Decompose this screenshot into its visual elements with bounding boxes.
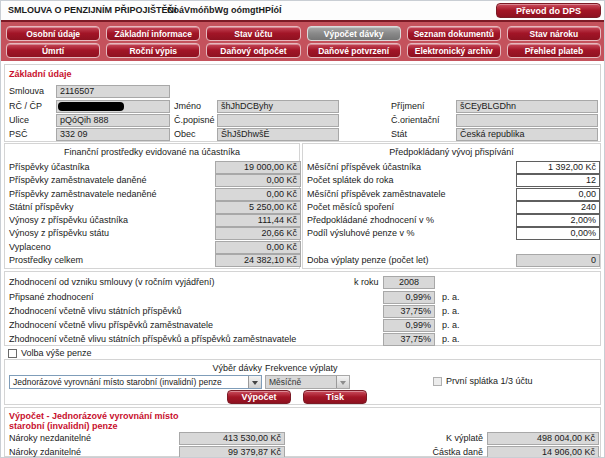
valuation-section: Zhodnocení od vzniku smlouvy (v ročním v…	[4, 271, 601, 346]
projection-row-label: Předpokládané zhodnocení v %	[307, 215, 434, 225]
frekvence-selected-value: Měsíčně	[269, 377, 301, 387]
valuation-row-value: 37,75%	[383, 333, 435, 346]
davka-select[interactable]: Jednorázové vyrovnání místo starobní (in…	[9, 375, 262, 389]
valuation-row-label: Zhodnocení včetně vlivu příspěvků zaměst…	[9, 320, 213, 330]
jmeno-field: šhJhDCByhy	[217, 100, 339, 113]
obec-label: Obec	[174, 129, 196, 139]
projection-row-label: Počet měsíců spoření	[307, 202, 394, 212]
finance-row-label: Státní příspěvky	[9, 202, 74, 212]
psc-field: 332 09	[56, 128, 170, 141]
valuation-row-value: 0,99%	[383, 319, 435, 332]
tab-row-2: Úmrtí Roční výpis Daňový odpočet Daňové …	[6, 43, 601, 58]
pa-suffix: p. a.	[442, 306, 460, 316]
client-name: ČoáVmóňbWg oómgtHPÍóÍ	[167, 5, 282, 15]
c-popisne-label: Č.popisné	[174, 115, 215, 125]
projection-row-label: Měsíční příspěvek účastníka	[307, 162, 421, 172]
title-bar: SMLOUVA O PENZIJNÍM PŘIPOJIŠTĚNÍ ČoáVmóň…	[1, 1, 605, 20]
tab-stav-naroku[interactable]: Stav nároku	[507, 26, 601, 41]
chevron-down-icon[interactable]	[248, 376, 261, 388]
vypocet-button[interactable]: Výpočet	[227, 390, 291, 404]
valuation-row-value: 0,99%	[383, 291, 435, 304]
naroky-zdanitelne-label: Nároky zdanitelné	[9, 447, 81, 457]
tab-elektronicky-archiv[interactable]: Elektronický archiv	[407, 43, 501, 58]
vyber-davky-label: Výběr dávky	[155, 363, 262, 373]
davka-selected-value: Jednorázové vyrovnání místo starobní (in…	[13, 377, 222, 387]
projection-panel: Předpokládaný vývoj přispívání Měsíční p…	[302, 143, 601, 269]
tab-vypocet-davky[interactable]: Výpočet dávky	[307, 26, 401, 41]
tab-stav-uctu[interactable]: Stav účtu	[206, 26, 300, 41]
tisk-button[interactable]: Tisk	[303, 390, 367, 404]
projection-input[interactable]: 0,00	[516, 188, 600, 201]
naroky-nezdanitelne-field: 413 530,00 Kč	[179, 432, 285, 445]
tab-danovy-odpocet[interactable]: Daňový odpočet	[206, 43, 300, 58]
volba-vyse-penze-checkbox[interactable]	[8, 349, 17, 358]
c-orientacni-label: Č.orientační	[391, 115, 440, 125]
ulice-label: Ulice	[9, 115, 29, 125]
smlouva-label: Smlouva	[9, 86, 44, 96]
benefit-selection-section: Výběr dávky Frekvence výplaty Jednorázov…	[4, 359, 601, 405]
naroky-zdanitelne-field: 99 379,87 Kč	[179, 446, 285, 458]
tab-rocni-vypis[interactable]: Roční výpis	[106, 43, 200, 58]
frekvence-select[interactable]: Měsíčně	[265, 375, 350, 389]
finance-row-value: 20,66 Kč	[215, 227, 301, 240]
finance-row-value: 0,00 Kč	[215, 174, 301, 187]
tab-seznam-dokumentu[interactable]: Seznam dokumentů	[407, 26, 501, 41]
psc-label: PSČ	[9, 129, 28, 139]
pa-suffix: p. a.	[442, 292, 460, 302]
finance-row-value: 0,00 Kč	[215, 188, 301, 201]
tab-row-1: Osobní údaje Základní informace Stav účt…	[6, 26, 601, 41]
finance-row-label: Příspěvky zaměstnavatele nedaněné	[9, 189, 157, 199]
doba-vyplaty-field: 0	[516, 254, 600, 267]
valuation-heading: Zhodnocení od vzniku smlouvy (v ročním v…	[9, 277, 215, 287]
naroky-nezdanitelne-label: Nároky nezdanitelné	[9, 433, 91, 443]
finance-panel: Finanční prostředky evidované na účastní…	[4, 143, 300, 269]
finance-row-value: 5 250,00 Kč	[215, 201, 301, 214]
finance-row-label: Výnosy z příspěvku státu	[9, 228, 109, 238]
k-vyplate-field: 498 004,00 Kč	[487, 432, 599, 445]
finance-row-value: 19 000,00 Kč	[215, 161, 301, 174]
pension-contract-window: SMLOUVA O PENZIJNÍM PŘIPOJIŠTĚNÍ ČoáVmóň…	[0, 0, 605, 458]
projection-input[interactable]: 12	[516, 174, 600, 187]
valuation-year-field: 2008	[383, 276, 435, 289]
tab-danove-potvrzeni[interactable]: Daňové potvrzení	[307, 43, 401, 58]
c-popisne-field	[217, 114, 339, 127]
transfer-to-dps-button[interactable]: Převod do DPS	[496, 3, 601, 18]
valuation-row-label: Zhodnocení včetně vlivu státních příspěv…	[9, 334, 296, 344]
tab-osobni-udaje[interactable]: Osobní údaje	[6, 26, 100, 41]
tab-prehled-plateb[interactable]: Přehled plateb	[507, 43, 601, 58]
finance-panel-title: Finanční prostředky evidované na účastní…	[5, 147, 299, 157]
rc-cp-label: RČ / ČP	[9, 101, 42, 111]
k-roku-label: k roku	[354, 277, 379, 287]
finance-row-label: Příspěvky zaměstnavatele daněné	[9, 175, 147, 185]
redaction-bar	[58, 102, 124, 111]
prvni-splatka-checkbox[interactable]	[433, 377, 442, 386]
doba-vyplaty-label: Doba výplaty penze (počet let)	[307, 255, 429, 265]
tab-zakladni-informace[interactable]: Základní informace	[106, 26, 200, 41]
chevron-down-icon	[336, 376, 349, 388]
pa-suffix: p. a.	[442, 320, 460, 330]
k-vyplate-label: K výplatě	[403, 433, 483, 443]
finance-row-value: 111,44 Kč	[215, 214, 301, 227]
smlouva-field: 2116507	[56, 85, 170, 98]
finance-row-label: Výnosy z příspěvku účastníka	[9, 215, 128, 225]
projection-input[interactable]: 0,00%	[516, 227, 600, 240]
stat-label: Stát	[391, 129, 407, 139]
ulice-field: pQóQih 888	[56, 114, 170, 127]
basic-info-section: Základní údaje Smlouva 2116507 RČ / ČP J…	[4, 64, 601, 142]
projection-input[interactable]: 1 392,00 Kč	[516, 161, 600, 174]
projection-input[interactable]: 2,00%	[516, 214, 600, 227]
valuation-row-label: Zhodnocení včetně vlivu státních příspěv…	[9, 306, 182, 316]
castka-dane-label: Částka daně	[403, 447, 483, 457]
jmeno-label: Jméno	[174, 101, 201, 111]
volba-vyse-penze-label: Volba výše penze	[21, 348, 92, 358]
result-title: Výpočet - Jednorázové vyrovnání místo st…	[9, 411, 209, 431]
result-section: Výpočet - Jednorázové vyrovnání místo st…	[4, 407, 601, 457]
finance-row-value: 0,00 Kč	[215, 241, 301, 254]
projection-input[interactable]: 240	[516, 201, 600, 214]
projection-panel-title: Předpokládaný vývoj přispívání	[303, 147, 600, 157]
tab-umrti[interactable]: Úmrtí	[6, 43, 100, 58]
stat-field: Česká republika	[456, 128, 598, 141]
frekvence-vyplaty-label: Frekvence výplaty	[265, 363, 338, 373]
projection-row-label: Měsíční příspěvek zaměstnavatele	[307, 189, 446, 199]
prvni-splatka-label: První splátka 1/3 účtu	[446, 376, 533, 386]
